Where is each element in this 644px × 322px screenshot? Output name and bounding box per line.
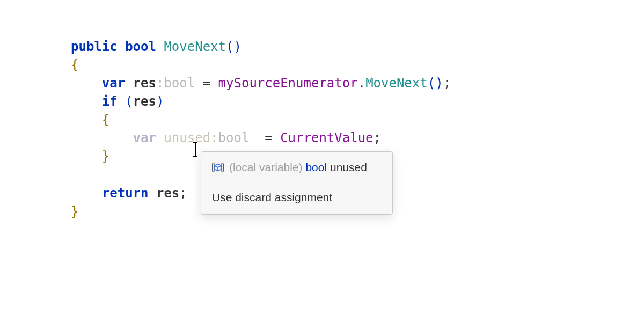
dot: . [358,76,365,91]
tooltip-var-name: unused [330,161,367,173]
semicolon: ; [179,186,187,201]
code-line: var res:bool = mySourceEnumerator.MoveNe… [71,76,451,91]
tooltip-type: bool [305,161,327,173]
method-call: MoveNext [365,76,428,91]
identifier-unused: unused [164,130,210,145]
type-hint: :bool [156,76,195,91]
paren-close: ) [435,76,443,91]
operator-eq: = [249,130,280,145]
code-line: } [71,204,78,219]
paren-open: ( [428,76,435,91]
field-name: mySourceEnumerator [218,76,358,91]
code-line: } [71,149,109,164]
tooltip-fix-row[interactable]: Use discard assignment [201,182,392,214]
keyword-var-faded: var [133,130,156,145]
paren-open: ( [125,94,133,109]
tooltip-kind: (local variable) [229,161,303,173]
brace-close: } [71,204,78,219]
brace-close: } [102,149,109,164]
operator-eq: = [195,76,218,91]
property-current-value: CurrentValue [280,130,373,145]
if-condition: res [133,94,156,109]
code-line: var unused:bool = CurrentValue; [71,130,381,145]
code-line: public bool MoveNext() [71,39,241,54]
code-line: return res; [71,186,187,201]
brace-open: { [71,57,78,72]
tooltip-info-text: (local variable) bool unused [229,159,367,175]
type-hint: :bool [210,130,249,145]
keyword-return: return [102,186,149,201]
semicolon: ; [374,130,381,145]
brace-open: { [102,112,109,127]
code-line [71,167,78,182]
hover-tooltip: (local variable) bool unused Use discard… [201,151,393,215]
method-name: MoveNext [164,39,226,54]
code-line: { [71,57,78,72]
variable-box-icon [212,162,224,173]
paren-open: ( [226,39,233,54]
tooltip-fix-text: Use discard assignment [212,189,332,206]
code-line: { [71,112,109,127]
keyword-if: if [102,94,118,109]
tooltip-info-row: (local variable) bool unused [201,152,392,182]
keyword-bool: bool [125,39,156,54]
paren-close: ) [233,39,241,54]
return-identifier: res [156,186,179,201]
semicolon: ; [443,76,451,91]
code-line: if (res) [71,94,164,109]
keyword-public: public [71,39,118,54]
identifier-res: res [133,76,156,91]
paren-close: ) [156,94,164,109]
keyword-var: var [102,76,125,91]
